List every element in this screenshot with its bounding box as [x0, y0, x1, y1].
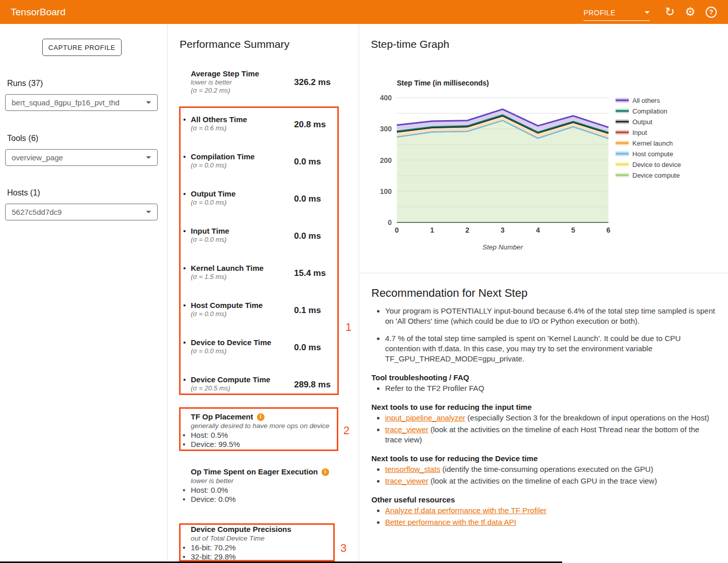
x-tick-label: 1 — [430, 226, 434, 234]
y-tick-label: 300 — [380, 125, 392, 133]
hosts-select-value: 5627c5dd7dc9 — [12, 208, 62, 216]
tool-link[interactable]: trace_viewer — [385, 425, 428, 434]
recommendation-list: input_pipeline_analyzer (especially Sect… — [371, 413, 718, 445]
legend-item: All others — [616, 97, 660, 104]
legend-item: Device to device — [616, 161, 681, 168]
app-header: TensorBoard PROFILE ↻ ⚙ ? — [0, 0, 728, 24]
chevron-down-icon — [146, 101, 151, 104]
sidebar: CAPTURE PROFILE Runs (37)bert_squad_8gpu… — [0, 24, 168, 563]
bullet: • — [183, 486, 185, 495]
settings-gear-icon[interactable]: ⚙ — [685, 6, 695, 18]
capture-profile-button[interactable]: CAPTURE PROFILE — [42, 39, 122, 56]
header-actions: PROFILE ↻ ⚙ ? — [584, 4, 722, 21]
hosts-select[interactable]: 5627c5dd7dc9 — [5, 204, 158, 220]
help-icon[interactable]: ? — [706, 7, 717, 18]
series-device-compute-area — [397, 121, 608, 222]
chevron-down-icon — [645, 11, 650, 14]
x-tick-label: 2 — [465, 226, 470, 234]
block-title-text: Op Time Spent on Eager Execution — [191, 467, 318, 476]
app-title: TensorBoard — [11, 7, 66, 18]
legend-item: Output — [616, 118, 652, 126]
tools-select-value: overview_page — [12, 153, 63, 162]
y-tick-label: 100 — [380, 187, 392, 195]
recommendation-list: Refer to the TF2 Profiler FAQ — [371, 383, 718, 393]
legend-item: Kernel launch — [616, 139, 673, 147]
legend-label: Device to device — [632, 161, 681, 168]
tool-link[interactable]: trace_viewer — [385, 476, 428, 485]
legend-item: Host compute — [616, 150, 673, 158]
refresh-icon[interactable]: ↻ — [665, 6, 675, 18]
recommendation-bullet: Your program is POTENTIALLY input-bound … — [385, 306, 718, 326]
y-tick-label: 400 — [380, 94, 392, 102]
annotation-label-1: 1 — [345, 321, 352, 334]
annotation-box-3 — [179, 523, 335, 561]
recommendation-item: Better performance with the tf.data API — [385, 517, 718, 527]
eager-block: Op Time Spent on Eager Executionilower i… — [191, 467, 354, 504]
block-title: Op Time Spent on Eager Executioni — [191, 467, 354, 476]
performance-summary-title: Performance Summary — [180, 38, 289, 50]
x-tick-label: 4 — [536, 226, 540, 234]
step-time-graph-section: Step-time Graph Step Time (in millisecon… — [360, 24, 728, 273]
field-label-runs: Runs (37) — [7, 79, 43, 88]
legend-label: Kernel launch — [632, 139, 673, 147]
field-label-tools: Tools (6) — [7, 134, 38, 143]
metric-label: Average Step Time — [191, 69, 259, 78]
recommendation-subhead: Other useful resources — [371, 495, 718, 504]
recommendation-list: Analyze tf.data performance with the TF … — [371, 505, 718, 527]
recommendation-item: Refer to the TF2 Profiler FAQ — [385, 383, 718, 393]
x-tick-label: 3 — [501, 226, 505, 234]
block-item: •Device: 0.0% — [191, 495, 354, 504]
block-item-text: Device: 0.0% — [191, 495, 236, 503]
recommendation-subhead: Next tools to use for reducing the input… — [371, 402, 718, 412]
y-tick-label: 200 — [380, 156, 392, 164]
recommendation-item: trace_viewer (look at the activities on … — [385, 476, 718, 486]
recommendation-item-text: (identify the time-consuming operations … — [440, 465, 653, 473]
block-item: •Host: 0.0% — [191, 486, 354, 495]
recommendation-section: Recommendation for Next Step Your progra… — [360, 273, 728, 529]
dashboard-selector-value: PROFILE — [584, 9, 616, 17]
legend-label: All others — [632, 97, 660, 104]
recommendation-subhead: Tool troubleshooting / FAQ — [371, 373, 718, 382]
info-icon[interactable]: i — [322, 468, 329, 476]
x-tick-label: 5 — [571, 226, 575, 234]
metric-note: lower is better — [191, 78, 232, 86]
field-label-hosts: Hosts (1) — [7, 188, 40, 198]
dashboard-selector[interactable]: PROFILE — [584, 9, 650, 21]
annotation-label-2: 2 — [343, 424, 350, 437]
performance-summary-panel: Performance Summary Average Step Timelow… — [168, 24, 359, 563]
step-time-chart[interactable]: 01002003004000123456Step NumberAll other… — [360, 88, 728, 263]
block-item-text: Host: 0.0% — [191, 486, 228, 494]
tools-select[interactable]: overview_page — [5, 149, 158, 166]
recommendation-item-text: (look at the activities on the timeline … — [428, 476, 657, 485]
y-tick-label: 0 — [388, 218, 392, 227]
recommendation-bullets: Your program is POTENTIALLY input-bound … — [371, 306, 718, 364]
recommendation-item: tensorflow_stats (identify the time-cons… — [385, 464, 718, 474]
legend-label: Input — [632, 129, 647, 136]
legend-label: Compilation — [632, 107, 667, 115]
legend-item: Input — [616, 129, 647, 136]
recommendation-item-text: (especially Section 3 for the breakdown … — [465, 413, 709, 422]
block-note: lower is better — [191, 476, 354, 486]
main-panel: Step-time Graph Step Time (in millisecon… — [360, 24, 728, 563]
recommendation-item: trace_viewer (look at the activities on … — [385, 425, 718, 445]
recommendation-bullet: 4.7 % of the total step time sampled is … — [385, 333, 718, 364]
tool-link[interactable]: Better performance with the tf.data API — [385, 518, 516, 526]
annotation-box-2 — [179, 407, 338, 451]
legend-label: Output — [632, 118, 652, 126]
legend-item: Device compute — [616, 172, 680, 179]
recommendation-item: Analyze tf.data performance with the TF … — [385, 505, 718, 516]
average-step-time-row: Average Step Timelower is better(σ = 20.… — [183, 69, 351, 98]
recommendation-item-text: Refer to the TF2 Profiler FAQ — [385, 384, 484, 392]
legend-item: Compilation — [616, 107, 667, 115]
runs-select[interactable]: bert_squad_8gpu_fp16_pvt_thd — [5, 94, 158, 111]
chevron-down-icon — [146, 211, 151, 213]
metric-sigma: (σ = 20.2 ms) — [191, 87, 230, 94]
legend-label: Device compute — [632, 172, 680, 179]
legend-label: Host compute — [632, 150, 673, 158]
recommendation-title: Recommendation for Next Step — [371, 287, 718, 300]
runs-select-value: bert_squad_8gpu_fp16_pvt_thd — [12, 98, 120, 107]
tool-link[interactable]: tensorflow_stats — [385, 465, 440, 473]
tool-link[interactable]: Analyze tf.data performance with the TF … — [385, 506, 546, 515]
tool-link[interactable]: input_pipeline_analyzer — [385, 413, 465, 422]
recommendation-item-text: (look at the activities on the timeline … — [385, 425, 700, 444]
